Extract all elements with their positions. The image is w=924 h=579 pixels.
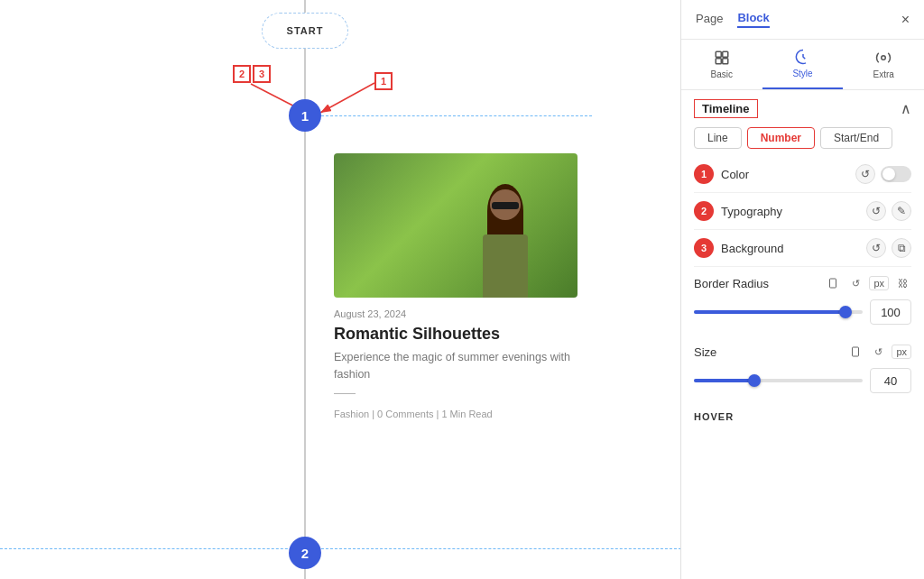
- color-label: Color: [721, 168, 848, 181]
- card-description: Experience the magic of summer evenings …: [334, 349, 578, 383]
- property-color: 1 Color ↺: [681, 158, 924, 190]
- typography-badge: 2: [694, 201, 714, 221]
- border-radius-slider-track[interactable]: [694, 310, 863, 314]
- size-track: [694, 379, 863, 382]
- border-radius-thumb[interactable]: [839, 306, 852, 318]
- background-reset[interactable]: ↺: [866, 238, 886, 258]
- divider-1: [694, 192, 911, 193]
- size-reset[interactable]: ↺: [869, 343, 887, 361]
- border-radius-header: Border Radius ↺ px ⛓: [694, 274, 911, 292]
- sunglasses: [492, 202, 519, 209]
- dashed-line-node1: [321, 115, 592, 116]
- svg-rect-5: [716, 59, 721, 64]
- property-background: 3 Background ↺ ⧉: [681, 232, 924, 264]
- svg-rect-4: [723, 51, 728, 57]
- timeline-line: [304, 0, 306, 579]
- style-icon: [795, 49, 811, 65]
- typography-reset[interactable]: ↺: [866, 201, 886, 221]
- background-label: Background: [721, 242, 859, 255]
- timeline-card: August 23, 2024 Romantic Silhouettes Exp…: [334, 153, 578, 419]
- tab-extra[interactable]: Extra: [843, 40, 924, 89]
- section-title: Timeline: [694, 99, 758, 118]
- tab-basic[interactable]: Basic: [681, 40, 762, 89]
- svg-line-2: [320, 83, 374, 113]
- right-panel: Page Block × Basic Style: [680, 0, 924, 579]
- sub-tabs: Line Number Start/End: [681, 127, 924, 158]
- start-node: START: [262, 13, 348, 49]
- person-silhouette: [469, 180, 541, 298]
- border-radius-fill: [694, 310, 845, 314]
- person-body: [483, 234, 528, 298]
- card-title: Romantic Silhouettes: [334, 325, 578, 344]
- divider-3: [694, 266, 911, 267]
- size-device-icon: [850, 346, 861, 357]
- size-unit[interactable]: px: [892, 345, 911, 359]
- card-image: [334, 153, 578, 298]
- typography-label: Typography: [721, 205, 859, 218]
- svg-point-7: [882, 56, 886, 60]
- card-date: August 23, 2024: [334, 308, 578, 319]
- size-fill: [694, 379, 754, 382]
- size-device[interactable]: [846, 343, 864, 361]
- annotation-1: 1: [374, 72, 393, 90]
- size-section: Size ↺ px 40: [681, 337, 924, 399]
- svg-rect-6: [723, 59, 728, 64]
- subtab-number[interactable]: Number: [747, 127, 815, 149]
- hover-section: HOVER: [681, 399, 924, 429]
- subtab-startend[interactable]: Start/End: [820, 127, 892, 149]
- size-label: Size: [694, 345, 841, 359]
- timeline-node-1[interactable]: 1: [289, 99, 321, 132]
- card-meta: Fashion | 0 Comments | 1 Min Read: [334, 409, 578, 419]
- size-value[interactable]: 40: [870, 368, 911, 393]
- section-collapse[interactable]: ∧: [901, 100, 911, 117]
- border-radius-section: Border Radius ↺ px ⛓ 100: [681, 269, 924, 330]
- divider-2: [694, 229, 911, 230]
- icon-tabs: Basic Style Extra: [681, 40, 924, 90]
- tab-style[interactable]: Style: [762, 40, 844, 89]
- svg-rect-9: [853, 347, 859, 356]
- subtab-line[interactable]: Line: [694, 127, 742, 149]
- border-radius-unit[interactable]: px: [869, 276, 889, 290]
- spacer-1: [681, 330, 924, 337]
- background-copy[interactable]: ⧉: [892, 238, 911, 258]
- device-icon: [827, 278, 838, 289]
- section-header: Timeline ∧: [681, 90, 924, 127]
- annotation-2: 2: [233, 65, 251, 83]
- hover-label: HOVER: [694, 411, 734, 422]
- card-dash: ——: [334, 387, 578, 400]
- size-actions: ↺ px: [846, 343, 911, 361]
- border-radius-label: Border Radius: [694, 277, 818, 290]
- border-radius-value[interactable]: 100: [870, 299, 911, 325]
- timeline-node-2[interactable]: 2: [289, 537, 321, 569]
- border-radius-reset[interactable]: ↺: [846, 274, 864, 292]
- size-header: Size ↺ px: [694, 343, 911, 361]
- size-slider-track[interactable]: [694, 379, 863, 382]
- basic-icon: [714, 50, 730, 66]
- extra-icon: [875, 50, 892, 66]
- background-actions: ↺ ⧉: [866, 238, 911, 258]
- tab-page[interactable]: Page: [696, 12, 723, 27]
- svg-rect-3: [716, 51, 721, 57]
- background-badge: 3: [694, 238, 714, 258]
- color-toggle[interactable]: [881, 166, 911, 182]
- close-button[interactable]: ×: [901, 13, 910, 27]
- border-radius-slider-row: 100: [694, 299, 911, 325]
- border-radius-actions: ↺ px ⛓: [824, 274, 911, 292]
- color-actions: ↺: [855, 164, 911, 184]
- color-reset[interactable]: ↺: [855, 164, 875, 184]
- svg-rect-8: [830, 279, 836, 288]
- annotation-3: 3: [253, 65, 271, 83]
- border-radius-track: [694, 310, 863, 314]
- size-thumb[interactable]: [748, 374, 761, 387]
- start-label: START: [287, 25, 324, 36]
- tab-block[interactable]: Block: [737, 11, 769, 28]
- border-radius-link[interactable]: ⛓: [893, 274, 911, 292]
- typography-actions: ↺ ✎: [866, 201, 911, 221]
- border-radius-device[interactable]: [824, 274, 842, 292]
- panel-header: Page Block ×: [681, 0, 924, 40]
- property-typography: 2 Typography ↺ ✎: [681, 195, 924, 227]
- dashed-line-bottom: [0, 548, 680, 549]
- color-badge: 1: [694, 164, 714, 184]
- canvas: START 2 3 1 1: [0, 0, 680, 579]
- typography-edit[interactable]: ✎: [892, 201, 911, 221]
